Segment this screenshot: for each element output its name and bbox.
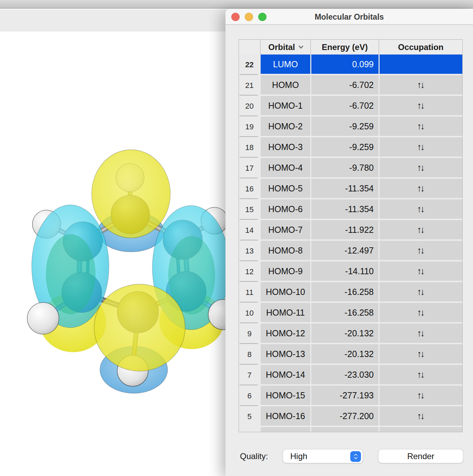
row-number[interactable]: 10	[239, 303, 260, 324]
molecule-3d-viewport[interactable]	[0, 0, 225, 476]
row-number[interactable]: 8	[239, 344, 260, 365]
occupation-cell[interactable]: ↑↓	[380, 303, 462, 322]
orbital-row[interactable]: 7HOMO-14-23.030↑↓	[239, 365, 462, 386]
energy-value-cell[interactable]: 0.099	[311, 54, 379, 74]
orbital-row[interactable]: 16HOMO-5-11.354↑↓	[239, 179, 462, 199]
row-number[interactable]: 9	[239, 324, 260, 344]
orbital-name-cell[interactable]: HOMO-9	[261, 261, 310, 281]
orbital-row[interactable]: 13HOMO-8-12.497↑↓	[239, 241, 462, 261]
occupation-cell[interactable]: ↑↓	[380, 344, 462, 364]
occupation-cell[interactable]: ↑↓	[380, 386, 462, 405]
row-number[interactable]: 18	[239, 137, 260, 158]
energy-value-cell[interactable]: -6.702	[311, 75, 379, 95]
row-number[interactable]: 19	[239, 117, 260, 137]
occupation-cell[interactable]: ↑↓	[380, 179, 462, 198]
dialog-titlebar[interactable]: Molecular Orbitals	[225, 9, 473, 25]
orbital-name-cell[interactable]: HOMO-13	[261, 344, 310, 364]
orbital-row[interactable]: 6HOMO-15-277.193↑↓	[239, 386, 462, 406]
row-number[interactable]: 14	[239, 220, 260, 241]
orbital-name-cell[interactable]: LUMO	[261, 54, 310, 74]
energy-value-cell[interactable]: -277.200	[311, 406, 379, 426]
orbital-name-cell[interactable]: HOMO-4	[261, 158, 310, 177]
row-number[interactable]: 20	[239, 96, 260, 117]
energy-value-cell[interactable]: -14.110	[311, 261, 379, 281]
energy-value-cell[interactable]: -20.132	[311, 344, 379, 364]
energy-value-cell[interactable]: -16.258	[311, 282, 379, 301]
orbital-name-cell[interactable]: HOMO	[261, 75, 310, 95]
energy-value-cell[interactable]: -11.354	[311, 199, 379, 219]
occupation-cell[interactable]: ↑↓	[380, 406, 462, 426]
occupation-cell[interactable]: ↑↓	[380, 365, 462, 384]
occupation-cell[interactable]: ↑↓	[380, 137, 462, 157]
energy-value-cell[interactable]: -9.259	[311, 137, 379, 157]
orbital-name-cell[interactable]: HOMO-1	[261, 96, 310, 115]
occupation-cell[interactable]: ↑↓	[380, 75, 462, 95]
row-number[interactable]: 6	[239, 386, 260, 406]
energy-value-cell[interactable]: -12.497	[311, 241, 379, 260]
row-number[interactable]: 21	[239, 75, 260, 96]
occupation-cell[interactable]: ↑↓	[380, 282, 462, 301]
orbital-row[interactable]: 20HOMO-1-6.702↑↓	[239, 96, 462, 117]
energy-value-cell[interactable]: -23.030	[311, 365, 379, 384]
energy-value-cell[interactable]: -9.780	[311, 158, 379, 177]
occupation-cell[interactable]: ↑↓	[380, 96, 462, 115]
row-number[interactable]: 17	[239, 158, 260, 179]
close-button[interactable]	[231, 13, 240, 21]
zoom-button[interactable]	[258, 13, 266, 21]
row-number[interactable]: 15	[239, 199, 260, 220]
occupation-cell[interactable]: ↑↓	[380, 117, 462, 136]
occupation-cell[interactable]	[380, 54, 462, 74]
row-number[interactable]: 11	[239, 282, 260, 303]
orbital-name-cell[interactable]: HOMO-12	[261, 324, 310, 343]
energy-value-cell[interactable]: -11.922	[311, 220, 379, 239]
orbital-name-cell[interactable]: HOMO-10	[261, 282, 310, 301]
occupation-cell[interactable]: ↑↓	[380, 261, 462, 281]
row-number[interactable]: 5	[239, 406, 260, 427]
energy-value-cell[interactable]: -20.132	[311, 324, 379, 343]
quality-dropdown[interactable]: High	[283, 449, 363, 463]
header-orbital[interactable]: Orbital	[260, 40, 310, 54]
minimize-button[interactable]	[245, 13, 253, 21]
orbital-name-cell[interactable]: HOMO-8	[261, 241, 310, 260]
orbital-name-cell[interactable]: HOMO-3	[261, 137, 310, 157]
orbital-name-cell[interactable]: HOMO-16	[261, 406, 310, 426]
row-number[interactable]: 7	[239, 365, 260, 386]
row-number[interactable]: 13	[239, 241, 260, 261]
row-number[interactable]: 16	[239, 179, 260, 199]
energy-value-cell[interactable]: -16.258	[311, 303, 379, 322]
orbital-row[interactable]: 18HOMO-3-9.259↑↓	[239, 137, 462, 158]
orbital-row[interactable]: 10HOMO-11-16.258↑↓	[239, 303, 462, 324]
occupation-cell[interactable]: ↑↓	[380, 241, 462, 260]
orbital-row[interactable]: 19HOMO-2-9.259↑↓	[239, 117, 462, 137]
orbital-row[interactable]: 11HOMO-10-16.258↑↓	[239, 282, 462, 303]
orbital-name-cell[interactable]: HOMO-15	[261, 386, 310, 405]
orbital-row[interactable]: 12HOMO-9-14.110↑↓	[239, 261, 462, 282]
header-energy[interactable]: Energy (eV)	[310, 40, 379, 54]
energy-value-cell[interactable]: -277.193	[311, 386, 379, 405]
orbital-name-cell[interactable]: HOMO-6	[261, 199, 310, 219]
orbital-row[interactable]: 15HOMO-6-11.354↑↓	[239, 199, 462, 220]
occupation-cell[interactable]: ↑↓	[380, 220, 462, 239]
orbital-name-cell[interactable]: HOMO-14	[261, 365, 310, 384]
energy-value-cell[interactable]: -6.702	[311, 96, 379, 115]
row-number[interactable]: 12	[239, 261, 260, 282]
header-occupation[interactable]: Occupation	[379, 40, 462, 54]
occupation-cell[interactable]: ↑↓	[380, 158, 462, 177]
occupation-cell[interactable]: ↑↓	[380, 324, 462, 343]
occupation-cell[interactable]: ↑↓	[380, 199, 462, 219]
orbital-row[interactable]: 8HOMO-13-20.132↑↓	[239, 344, 462, 365]
orbital-row[interactable]: 22LUMO0.099	[239, 54, 462, 75]
energy-value-cell[interactable]: -11.354	[311, 179, 379, 198]
row-number[interactable]: 22	[239, 54, 260, 75]
orbital-row[interactable]: 21HOMO-6.702↑↓	[239, 75, 462, 96]
orbital-name-cell[interactable]: HOMO-2	[261, 117, 310, 136]
orbital-row[interactable]: 9HOMO-12-20.132↑↓	[239, 324, 462, 344]
energy-value-cell[interactable]: -9.259	[311, 117, 379, 136]
orbital-name-cell[interactable]: HOMO-7	[261, 220, 310, 239]
orbital-row[interactable]: 5HOMO-16-277.200↑↓	[239, 406, 462, 427]
render-button[interactable]: Render	[378, 449, 463, 463]
orbital-name-cell[interactable]: HOMO-5	[261, 179, 310, 198]
orbital-row[interactable]: 17HOMO-4-9.780↑↓	[239, 158, 462, 179]
orbital-name-cell[interactable]: HOMO-11	[261, 303, 310, 322]
orbital-row[interactable]: 14HOMO-7-11.922↑↓	[239, 220, 462, 241]
